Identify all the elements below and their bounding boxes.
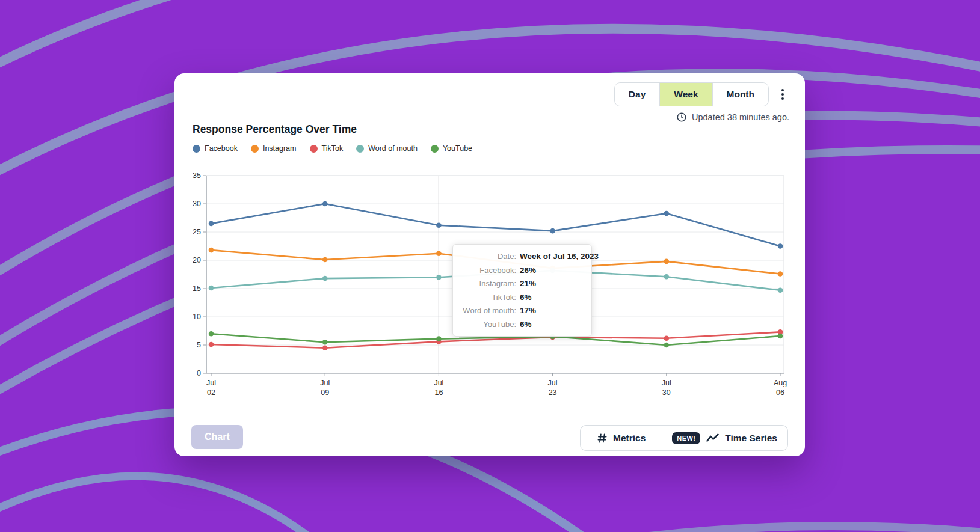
footer-divider: [191, 411, 788, 411]
svg-text:30: 30: [193, 200, 201, 208]
svg-text:10: 10: [193, 313, 201, 321]
svg-text:0: 0: [197, 369, 201, 378]
svg-text:Jul: Jul: [548, 379, 558, 387]
legend-item-facebook: Facebook: [193, 144, 238, 153]
svg-text:35: 35: [193, 171, 201, 180]
chart-legend: FacebookInstagramTikTokWord of mouthYouT…: [193, 144, 472, 153]
legend-dot: [251, 145, 259, 153]
svg-text:Jul: Jul: [662, 379, 671, 387]
time-series-tab[interactable]: NEW! Time Series: [662, 426, 787, 450]
clock-icon: [676, 112, 687, 123]
svg-text:5: 5: [197, 341, 201, 349]
chart-button[interactable]: Chart: [191, 425, 243, 449]
legend-item-youtube: YouTube: [431, 144, 472, 153]
tooltip-label: Date:: [461, 252, 516, 261]
tooltip-label: Instagram:: [461, 279, 516, 288]
svg-text:06: 06: [776, 388, 784, 397]
svg-text:Jul: Jul: [320, 379, 330, 387]
svg-text:09: 09: [321, 388, 329, 397]
legend-dot: [431, 145, 439, 153]
analytics-card: DayWeekMonth Updated 38 minutes ago. Res…: [174, 73, 805, 456]
svg-text:16: 16: [434, 388, 443, 397]
range-option-week[interactable]: Week: [659, 83, 712, 106]
toolbar: DayWeekMonth: [614, 82, 790, 106]
last-updated: Updated 38 minutes ago.: [676, 112, 789, 123]
new-badge: NEW!: [672, 432, 700, 444]
time-series-icon: [706, 433, 719, 442]
legend-item-instagram: Instagram: [251, 144, 297, 153]
legend-item-tiktok: TikTok: [310, 144, 344, 153]
svg-text:30: 30: [662, 388, 671, 397]
legend-dot: [193, 145, 200, 153]
chart-area: 05101520253035Jul02Jul09Jul16Jul23Jul30A…: [174, 170, 805, 404]
svg-text:Jul: Jul: [206, 379, 216, 387]
legend-dot: [310, 145, 318, 153]
updated-text: Updated 38 minutes ago.: [692, 112, 789, 122]
range-toggle: DayWeekMonth: [614, 82, 769, 106]
tooltip-label: Word of mouth:: [461, 306, 516, 315]
svg-text:25: 25: [193, 228, 201, 236]
legend-label: TikTok: [322, 144, 344, 153]
svg-text:23: 23: [549, 388, 557, 397]
kebab-dot: [781, 97, 784, 100]
kebab-dot: [781, 89, 784, 91]
tooltip-value: 6%: [520, 320, 599, 329]
kebab-menu-button[interactable]: [775, 82, 790, 106]
tooltip-value: 21%: [520, 279, 599, 288]
chart-tooltip: Date:Week of Jul 16, 2023Facebook:26%Ins…: [452, 244, 592, 337]
hash-icon: [597, 433, 608, 444]
range-option-day[interactable]: Day: [615, 83, 659, 106]
legend-label: Instagram: [263, 144, 297, 153]
legend-item-word-of-mouth: Word of mouth: [356, 144, 418, 153]
chart-title: Response Percentage Over Time: [193, 123, 357, 136]
metrics-tab-label: Metrics: [613, 433, 646, 444]
range-option-month[interactable]: Month: [712, 83, 768, 106]
time-series-tab-label: Time Series: [725, 433, 777, 444]
svg-text:20: 20: [193, 256, 201, 264]
legend-label: Word of mouth: [368, 144, 418, 153]
tooltip-value: 6%: [520, 293, 599, 302]
metrics-tab[interactable]: Metrics: [581, 426, 662, 450]
tooltip-label: YouTube:: [461, 320, 516, 329]
tooltip-value: 17%: [520, 306, 599, 315]
tooltip-label: TikTok:: [461, 293, 516, 302]
svg-text:15: 15: [193, 284, 201, 293]
tooltip-label: Facebook:: [461, 266, 516, 275]
kebab-dot: [781, 93, 784, 96]
legend-dot: [356, 145, 364, 153]
svg-text:Jul: Jul: [434, 379, 443, 387]
legend-label: YouTube: [443, 144, 472, 153]
legend-label: Facebook: [205, 144, 238, 153]
view-toggle: Metrics NEW! Time Series: [580, 425, 788, 451]
tooltip-value: 26%: [520, 266, 599, 275]
tooltip-value: Week of Jul 16, 2023: [520, 252, 599, 261]
svg-text:02: 02: [207, 388, 215, 397]
svg-text:Aug: Aug: [774, 379, 787, 387]
